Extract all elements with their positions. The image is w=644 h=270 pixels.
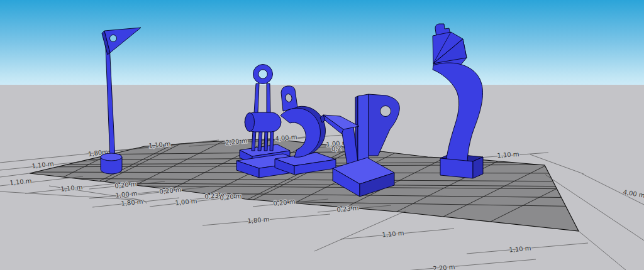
sky <box>0 0 644 85</box>
stand-stick <box>267 84 270 113</box>
stand-cylinder-cap <box>245 113 255 132</box>
stand-leg <box>270 131 274 151</box>
flag-base-top <box>101 153 122 161</box>
stand-leg <box>264 131 268 151</box>
dimension-label: 0,2 <box>331 144 342 152</box>
scene-canvas[interactable]: 1,80m1,10 m1,10 m1,10 m1,10 m2,20 m4,00 … <box>0 0 644 270</box>
viewport-3d[interactable]: 1,80m1,10 m1,10 m1,10 m1,10 m2,20 m4,00 … <box>0 0 644 270</box>
column-base-front <box>440 158 473 178</box>
flag-hole <box>110 35 117 42</box>
stand-ring-hole <box>258 70 267 78</box>
bracket-plate-hole <box>380 106 391 117</box>
